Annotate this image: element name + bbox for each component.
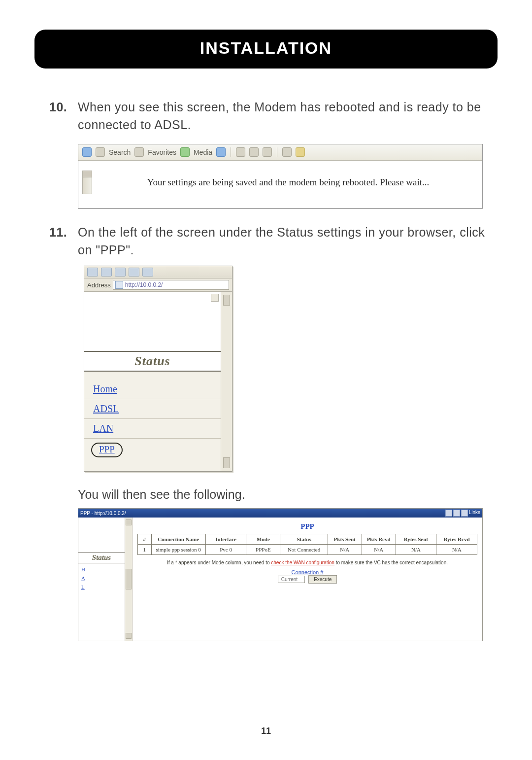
reboot-message: Your settings are being saved and the mo…	[100, 177, 476, 188]
nav-back-icon[interactable]	[87, 268, 98, 276]
toolbar-separator	[231, 147, 231, 157]
toolbar-separator	[277, 147, 277, 157]
step-10: 10. When you see this screen, the Modem …	[49, 98, 488, 134]
col-header: Pkts Rcvd	[362, 534, 396, 545]
screenshot-ppp-table: PPP - http://10.0.0.2/ Links Status H A …	[78, 508, 483, 641]
cell-interface: Pvc 0	[205, 545, 246, 555]
table-row: 1 simple ppp session 0 Pvc 0 PPPoE Not C…	[138, 545, 477, 555]
col-header: Connection Name	[151, 534, 205, 545]
cell-mode: PPPoE	[246, 545, 280, 555]
browser-toolbar: Search Favorites Media	[78, 144, 482, 161]
print-icon[interactable]	[249, 147, 259, 157]
connection-label: Connection #	[292, 569, 324, 575]
status-heading: Status	[84, 351, 221, 372]
toolbar-search-label[interactable]: Search	[109, 148, 131, 156]
address-value: http://10.0.0.2/	[125, 281, 163, 288]
nav-back-icon[interactable]	[82, 147, 92, 157]
media-icon[interactable]	[180, 147, 190, 157]
col-header: Bytes Sent	[396, 534, 436, 545]
screenshot-status-nav: Address http://10.0.0.2/ Status Home ADS…	[84, 266, 233, 472]
wan-config-link[interactable]: check the WAN configuration	[271, 560, 334, 565]
table-header-row: # Connection Name Interface Mode Status …	[138, 534, 477, 545]
discuss-icon[interactable]	[282, 147, 292, 157]
col-header: Status	[280, 534, 328, 545]
col-header: Mode	[246, 534, 280, 545]
edit-icon[interactable]	[263, 147, 272, 157]
connection-select[interactable]: Current	[278, 576, 305, 583]
close-icon[interactable]	[461, 510, 468, 517]
page-number: 11	[0, 726, 532, 736]
screenshot-reboot: Search Favorites Media Your settings are…	[78, 144, 483, 208]
address-input[interactable]: http://10.0.0.2/	[113, 280, 229, 290]
stop-icon[interactable]	[115, 268, 126, 276]
mini-toolbar	[84, 266, 232, 278]
messenger-icon[interactable]	[296, 147, 305, 157]
nav-fwd-icon[interactable]	[101, 268, 112, 276]
window-title: PPP - http://10.0.0.2/	[80, 511, 126, 516]
page-title: INSTALLATION	[200, 38, 332, 57]
home-icon[interactable]	[142, 268, 153, 276]
scroll-up-icon[interactable]	[126, 519, 132, 525]
mini-nav-link[interactable]: A	[78, 572, 125, 581]
search-icon[interactable]	[134, 147, 144, 157]
status-nav-list: Home ADSL LAN PPP	[84, 372, 221, 471]
step-10-text: When you see this screen, the Modem has …	[78, 98, 488, 134]
blank-area	[84, 292, 221, 351]
address-bar: Address http://10.0.0.2/	[84, 278, 232, 292]
step-10-number: 10.	[49, 98, 78, 134]
address-label: Address	[87, 281, 111, 289]
cell-pkts-rcvd: N/A	[362, 545, 396, 555]
footnote-pre: If a * appears under Mode column, you ne…	[167, 560, 271, 565]
mini-nav-link[interactable]: H	[78, 563, 125, 572]
mini-nav-link[interactable]: L	[78, 581, 125, 590]
scroll-thumb[interactable]	[223, 295, 230, 306]
nav-link-home[interactable]: Home	[84, 380, 221, 399]
scroll-thumb[interactable]	[126, 569, 132, 589]
col-header: Bytes Rcvd	[436, 534, 477, 545]
nav-fwd-icon[interactable]	[96, 147, 105, 157]
page-icon	[115, 281, 123, 289]
nav-link-ppp[interactable]: PPP	[91, 443, 123, 457]
mini-status-heading: Status	[78, 552, 125, 563]
step-11-number: 11.	[49, 223, 78, 259]
footnote-post: to make sure the VC has the correct enca…	[336, 560, 448, 565]
cell-bytes-rcvd: N/A	[436, 545, 477, 555]
step-11-text: On the left of the screen under the Stat…	[78, 223, 488, 259]
nav-link-lan[interactable]: LAN	[84, 419, 221, 438]
refresh-icon[interactable]	[129, 268, 139, 276]
vertical-scrollbar[interactable]	[125, 518, 133, 641]
cell-pkts-sent: N/A	[328, 545, 362, 555]
vertical-scrollbar[interactable]	[82, 171, 92, 194]
vertical-scrollbar[interactable]	[221, 292, 232, 471]
toolbar-media-label[interactable]: Media	[194, 148, 212, 156]
nav-link-adsl[interactable]: ADSL	[84, 399, 221, 418]
scroll-up-icon[interactable]	[83, 171, 92, 177]
execute-button[interactable]: Execute	[308, 575, 337, 584]
window-titlebar: PPP - http://10.0.0.2/ Links	[78, 509, 482, 518]
cell-n: 1	[138, 545, 152, 555]
mini-left-nav: Status H A L	[78, 518, 125, 641]
col-header: Interface	[205, 534, 246, 545]
cell-conn-name: simple ppp session 0	[151, 545, 205, 555]
ppp-table-title: PPP	[137, 521, 477, 534]
scroll-up-icon[interactable]	[211, 294, 219, 302]
ppp-table: # Connection Name Interface Mode Status …	[137, 534, 477, 555]
step-11: 11. On the left of the screen under the …	[49, 223, 488, 259]
cell-status: Not Connected	[280, 545, 328, 555]
col-header: Pkts Sent	[328, 534, 362, 545]
connection-controls: Connection # Current Execute	[137, 565, 477, 584]
history-icon[interactable]	[216, 147, 226, 157]
minimize-icon[interactable]	[445, 510, 452, 517]
ppp-footnote: If a * appears under Mode column, you ne…	[137, 555, 477, 565]
col-header: #	[138, 534, 152, 545]
page-title-bar: INSTALLATION	[34, 30, 498, 69]
toolbar-favorites-label[interactable]: Favorites	[148, 148, 176, 156]
cell-bytes-sent: N/A	[396, 545, 436, 555]
maximize-icon[interactable]	[453, 510, 460, 517]
links-label: Links	[469, 510, 480, 516]
continuation-text: You will then see the following.	[78, 485, 488, 503]
scroll-down-icon[interactable]	[223, 457, 230, 468]
scroll-down-icon[interactable]	[126, 633, 132, 639]
mail-icon[interactable]	[236, 147, 245, 157]
